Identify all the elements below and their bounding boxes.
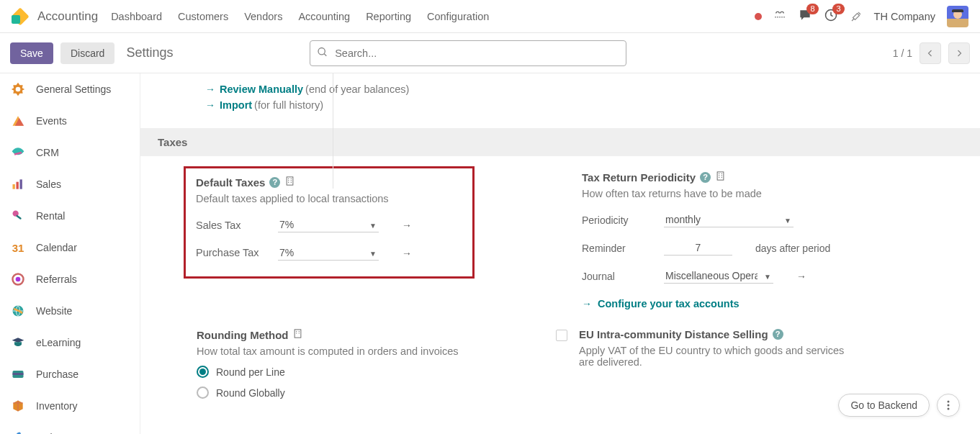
sidebar-item-website[interactable]: Website bbox=[0, 295, 140, 327]
sidebar-item-inventory[interactable]: Inventory bbox=[0, 390, 140, 422]
pager-next-button[interactable] bbox=[948, 42, 970, 64]
nav-customers[interactable]: Customers bbox=[178, 11, 228, 22]
tools-icon[interactable] bbox=[850, 10, 863, 23]
help-icon[interactable]: ? bbox=[269, 177, 280, 188]
sidebar-item-label: Inventory bbox=[36, 400, 78, 412]
svg-rect-14 bbox=[16, 214, 22, 220]
svg-point-9 bbox=[16, 87, 21, 92]
pager-text: 1 / 1 bbox=[893, 48, 912, 59]
gear-icon bbox=[10, 81, 26, 97]
sidebar-item-label: Events bbox=[36, 115, 67, 127]
company-name[interactable]: TH Company bbox=[874, 11, 935, 22]
default-taxes-title: Default Taxes ? bbox=[196, 176, 462, 189]
elearning-icon bbox=[10, 335, 26, 351]
sidebar-item-label: Rental bbox=[36, 210, 65, 222]
sidebar-item-general-settings[interactable]: General Settings bbox=[0, 73, 140, 105]
round-globally-option[interactable]: Round Globally bbox=[197, 386, 539, 399]
external-link-icon[interactable]: → bbox=[796, 271, 806, 282]
sidebar-item-purchase[interactable]: Purchase bbox=[0, 358, 140, 390]
pager-prev-button[interactable] bbox=[920, 42, 941, 64]
journal-row: Journal ▼ → bbox=[582, 268, 924, 284]
messages-icon[interactable]: 8 bbox=[798, 8, 812, 24]
building-icon[interactable] bbox=[715, 171, 726, 184]
building-icon[interactable] bbox=[284, 176, 295, 189]
nav-accounting[interactable]: Accounting bbox=[298, 11, 350, 22]
eu-title: EU Intra-community Distance Selling ? bbox=[579, 328, 853, 340]
periodicity-select[interactable] bbox=[664, 212, 794, 227]
discard-button[interactable]: Discard bbox=[60, 42, 114, 64]
eu-checkbox[interactable] bbox=[556, 330, 567, 341]
import-link[interactable]: → Import (for full history) bbox=[205, 99, 980, 111]
activities-badge: 3 bbox=[832, 4, 844, 14]
nav-dashboard[interactable]: Dashboard bbox=[111, 11, 162, 22]
sidebar-item-label: Sales bbox=[36, 178, 61, 190]
default-taxes-sub: Default taxes applied to local transacti… bbox=[196, 193, 462, 204]
top-right: 8 3 TH Company bbox=[755, 6, 968, 27]
help-icon[interactable]: ? bbox=[700, 172, 711, 183]
svg-rect-27 bbox=[717, 172, 724, 180]
sidebar-item-elearning[interactable]: eLearning bbox=[0, 327, 140, 358]
sidebar-item-crm[interactable]: CRM bbox=[0, 137, 140, 168]
svg-point-41 bbox=[948, 408, 950, 410]
activities-icon[interactable]: 3 bbox=[824, 8, 838, 24]
referrals-icon bbox=[10, 271, 26, 287]
journal-select[interactable] bbox=[664, 268, 773, 284]
sidebar-item-rental[interactable]: Rental bbox=[0, 200, 140, 232]
app-logo-icon[interactable] bbox=[12, 8, 29, 25]
external-link-icon[interactable]: → bbox=[402, 248, 412, 259]
sales-icon bbox=[10, 176, 26, 192]
review-manually-link[interactable]: → Review Manually (end of year balances) bbox=[205, 83, 980, 95]
user-avatar[interactable] bbox=[947, 6, 968, 27]
breadcrumb[interactable]: Settings bbox=[126, 45, 173, 60]
reminder-row: Reminder days after period bbox=[582, 240, 924, 256]
round-per-line-radio[interactable] bbox=[197, 366, 209, 378]
help-icon[interactable]: ? bbox=[773, 329, 783, 340]
search-wrap bbox=[310, 40, 626, 66]
phone-icon[interactable] bbox=[773, 10, 786, 23]
journal-label: Journal bbox=[582, 271, 651, 282]
svg-rect-11 bbox=[17, 182, 19, 189]
sidebar-item-calendar[interactable]: 31 Calendar bbox=[0, 232, 140, 263]
sidebar[interactable]: General Settings Events CRM Sales Rental… bbox=[0, 73, 140, 434]
second-panel-row: Rounding Method How total tax amount is … bbox=[140, 309, 980, 399]
round-per-line-option[interactable]: Round per Line bbox=[197, 366, 539, 378]
rounding-sub: How total tax amount is computed in orde… bbox=[197, 345, 539, 357]
main: General Settings Events CRM Sales Rental… bbox=[0, 73, 980, 434]
nav-reporting[interactable]: Reporting bbox=[366, 11, 411, 22]
notification-dot-icon[interactable] bbox=[755, 13, 762, 20]
content[interactable]: → Review Manually (end of year balances)… bbox=[140, 73, 980, 434]
sales-tax-label: Sales Tax bbox=[196, 220, 265, 231]
sidebar-item-label: Calendar bbox=[36, 242, 77, 253]
app-name[interactable]: Accounting bbox=[37, 9, 98, 24]
taxes-panel-row: Default Taxes ? Default taxes applied to… bbox=[140, 156, 980, 309]
periodicity-panel: Tax Return Periodicity ? How often tax r… bbox=[582, 171, 924, 309]
sidebar-item-referrals[interactable]: Referrals bbox=[0, 263, 140, 295]
search-icon bbox=[317, 46, 328, 60]
purchase-tax-select[interactable] bbox=[278, 245, 379, 261]
search-input[interactable] bbox=[310, 40, 626, 66]
configure-tax-accounts-link[interactable]: → Configure your tax accounts bbox=[582, 298, 924, 309]
nav-vendors[interactable]: Vendors bbox=[244, 11, 282, 22]
sidebar-item-events[interactable]: Events bbox=[0, 105, 140, 137]
purchase-tax-label: Purchase Tax bbox=[196, 246, 265, 260]
sales-tax-select[interactable] bbox=[278, 217, 379, 232]
rounding-panel: Rounding Method How total tax amount is … bbox=[197, 328, 539, 399]
default-taxes-highlight: Default Taxes ? Default taxes applied to… bbox=[184, 166, 475, 279]
svg-point-6 bbox=[318, 48, 325, 54]
nav-configuration[interactable]: Configuration bbox=[427, 11, 489, 22]
svg-rect-20 bbox=[287, 177, 294, 185]
reminder-input[interactable] bbox=[664, 240, 732, 256]
rental-icon bbox=[10, 208, 26, 224]
building-icon[interactable] bbox=[292, 328, 303, 341]
sidebar-item-maintenance[interactable]: Maintenance bbox=[0, 422, 140, 434]
external-link-icon[interactable]: → bbox=[402, 220, 412, 231]
sidebar-item-sales[interactable]: Sales bbox=[0, 168, 140, 200]
more-button[interactable] bbox=[937, 394, 960, 417]
save-button[interactable]: Save bbox=[10, 42, 53, 64]
events-icon bbox=[10, 113, 26, 129]
round-globally-radio[interactable] bbox=[197, 386, 209, 399]
top-nav: Accounting Dashboard Customers Vendors A… bbox=[0, 0, 980, 33]
go-to-backend-button[interactable]: Go to Backend bbox=[838, 394, 930, 417]
purchase-icon bbox=[10, 366, 26, 382]
rounding-title: Rounding Method bbox=[197, 328, 539, 341]
